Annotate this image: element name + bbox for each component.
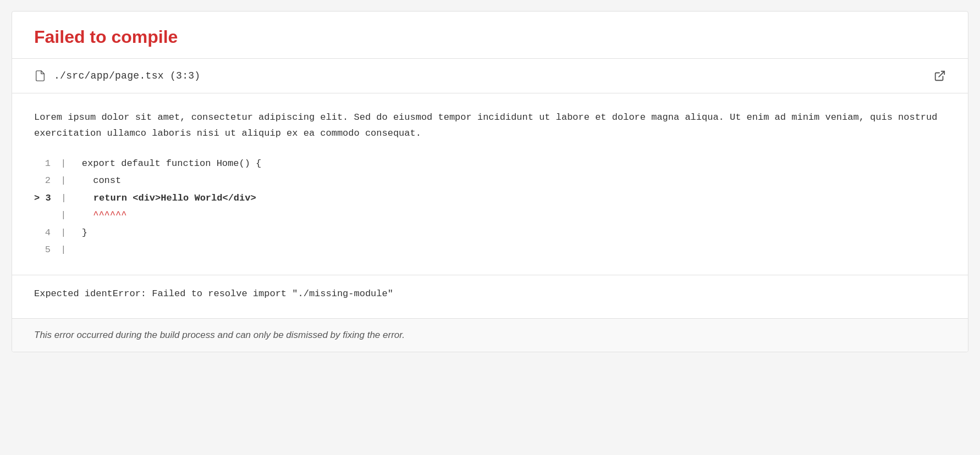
footer-text: This error occurred during the build pro… <box>34 330 946 341</box>
file-section: ./src/app/page.tsx (3:3) <box>12 59 968 93</box>
footer-message: This error occurred during the build pro… <box>12 319 968 352</box>
line-number-1: 1 <box>34 155 51 172</box>
error-message-text: Expected identError: Failed to resolve i… <box>34 286 946 301</box>
line-content-4: } <box>70 224 87 241</box>
error-description: Lorem ipsum dolor sit amet, consectetur … <box>34 110 946 142</box>
line-number-4: 4 <box>34 224 51 241</box>
code-line-caret: | ^^^^^^ <box>34 207 946 224</box>
code-line-3: > 3 | return <div>Hello World</div> <box>34 190 946 207</box>
code-section: Lorem ipsum dolor sit amet, consectetur … <box>12 93 968 275</box>
code-line-5: 5 | <box>34 241 946 258</box>
line-content-1: export default function Home() { <box>70 155 261 172</box>
caret-indicators: ^^^^^^ <box>70 207 126 224</box>
code-line-1: 1 | export default function Home() { <box>34 155 946 172</box>
line-number-3: > 3 <box>34 190 51 207</box>
file-info: ./src/app/page.tsx (3:3) <box>34 69 200 83</box>
file-path: ./src/app/page.tsx (3:3) <box>54 70 200 81</box>
code-line-2: 2 | const <box>34 172 946 189</box>
file-document-icon <box>34 69 46 83</box>
external-link-icon[interactable] <box>934 70 946 82</box>
error-header: Failed to compile <box>12 12 968 59</box>
svg-line-0 <box>939 71 944 77</box>
line-number-2: 2 <box>34 172 51 189</box>
error-message-block: Expected identError: Failed to resolve i… <box>12 275 968 318</box>
code-line-4: 4 | } <box>34 224 946 241</box>
error-title: Failed to compile <box>34 27 946 47</box>
line-content-2: const <box>70 172 121 189</box>
code-block: 1 | export default function Home() { 2 |… <box>34 155 946 259</box>
line-content-3: return <div>Hello World</div> <box>71 190 256 207</box>
line-number-5: 5 <box>34 241 51 258</box>
error-overlay: Failed to compile ./src/app/page.tsx (3:… <box>12 11 968 352</box>
